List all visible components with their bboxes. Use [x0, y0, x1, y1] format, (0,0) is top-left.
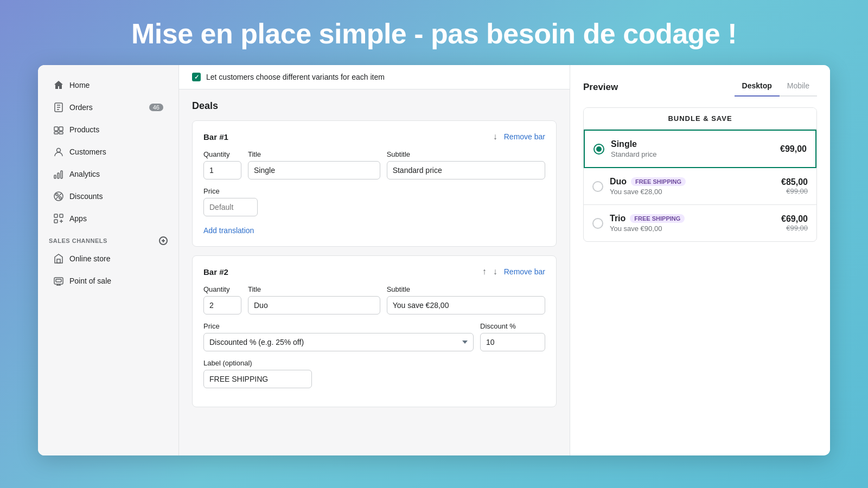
radio-trio [592, 218, 603, 229]
bar-1-header: Bar #1 ↓ Remove bar [203, 132, 545, 142]
subtitle-label: Subtitle [387, 150, 545, 158]
tab-mobile[interactable]: Mobile [780, 78, 817, 95]
add-sales-channel-icon[interactable] [159, 236, 168, 245]
bar-2-label-input[interactable] [203, 370, 312, 388]
bar-1-subtitle-group: Subtitle [387, 150, 545, 179]
bar-1-title-input[interactable] [248, 161, 380, 179]
svg-rect-7 [58, 173, 59, 178]
bar-2-quantity-group: Quantity [203, 285, 241, 314]
move-up-icon[interactable]: ↑ [482, 267, 487, 277]
bundle-option-trio-price: €69,00 €99,00 [781, 214, 808, 232]
svg-point-5 [57, 149, 61, 152]
sidebar-item-label: Point of sale [69, 277, 111, 285]
bundle-option-single[interactable]: Single Standard price €99,00 [584, 130, 816, 168]
variants-checkbox[interactable] [192, 73, 201, 81]
svg-rect-8 [61, 171, 62, 178]
bar-2-subtitle-group: Subtitle [387, 285, 545, 314]
bar-1-subtitle-input[interactable] [387, 161, 545, 179]
sidebar-item-apps[interactable]: Apps [42, 208, 174, 229]
bundle-option-trio-info: Trio FREE SHIPPING You save €90,00 [610, 214, 781, 233]
duo-current-price: €85,00 [781, 177, 808, 187]
svg-rect-14 [54, 220, 58, 223]
discount-label: Discount % [480, 322, 545, 330]
sidebar-item-orders[interactable]: Orders 46 [42, 97, 174, 118]
move-down-icon[interactable]: ↓ [493, 132, 497, 142]
bar-2-label-group: Label (optional) [203, 359, 312, 388]
bar-2-price-select[interactable]: Discounted % (e.g. 25% off) [203, 333, 474, 351]
quantity-label: Quantity [203, 150, 241, 158]
bar-2-actions: ↑ ↓ Remove bar [482, 267, 545, 277]
deals-title: Deals [192, 100, 557, 112]
bundle-option-single-info: Single Standard price [611, 139, 780, 158]
products-icon [53, 124, 64, 135]
sidebar-item-customers[interactable]: Customers [42, 141, 174, 163]
bundle-option-single-subtitle: Standard price [611, 150, 780, 158]
bar-1-price-group: Price [203, 187, 258, 216]
remove-bar-1-link[interactable]: Remove bar [504, 132, 545, 141]
bundle-option-duo-info: Duo FREE SHIPPING You save €28,00 [610, 177, 781, 196]
store-icon [53, 253, 64, 264]
bar-1-actions: ↓ Remove bar [493, 132, 545, 142]
preview-tabs: Desktop Mobile [735, 78, 817, 97]
bundle-option-duo-price: €85,00 €99,00 [781, 177, 808, 195]
sidebar-item-label: Orders [69, 103, 93, 112]
add-translation-link[interactable]: Add translation [203, 226, 254, 235]
customers-icon [53, 146, 64, 157]
sidebar-item-pos[interactable]: Point of sale [42, 270, 174, 292]
bundle-option-duo-subtitle: You save €28,00 [610, 188, 781, 196]
bundle-widget: BUNDLE & SAVE Single Standard price €99,… [583, 107, 817, 242]
sidebar-item-analytics[interactable]: Analytics [42, 163, 174, 185]
bar-1-row-2: Price [203, 187, 545, 216]
sidebar-item-products[interactable]: Products [42, 119, 174, 140]
svg-rect-12 [54, 214, 58, 217]
bar-1-quantity-input[interactable] [203, 161, 241, 179]
tab-desktop[interactable]: Desktop [735, 78, 780, 97]
bar-2-price-group: Price Discounted % (e.g. 25% off) [203, 322, 474, 351]
svg-rect-4 [59, 132, 63, 134]
bar-2-row-2: Price Discounted % (e.g. 25% off) Discou… [203, 322, 545, 351]
bundle-option-duo[interactable]: Duo FREE SHIPPING You save €28,00 €85,00… [584, 168, 816, 205]
svg-rect-13 [60, 214, 63, 217]
main-content: Let customers choose different variants … [179, 65, 570, 455]
analytics-icon [53, 169, 64, 179]
bundle-widget-header: BUNDLE & SAVE [584, 108, 816, 130]
bar-2-title-input[interactable] [248, 296, 380, 314]
hero-title: Mise en place simple - pas besoin de cod… [0, 0, 868, 65]
bar-2-title-group: Title [248, 285, 380, 314]
duo-original-price: €99,00 [781, 187, 808, 195]
trio-free-shipping-badge: FREE SHIPPING [630, 214, 685, 223]
sidebar-item-discounts[interactable]: Discounts [42, 185, 174, 207]
single-current-price: €99,00 [780, 144, 807, 153]
svg-rect-3 [54, 132, 58, 134]
bar-2-discount-input[interactable] [480, 333, 545, 351]
radio-duo [592, 181, 603, 192]
move-down-icon-2[interactable]: ↓ [493, 267, 497, 277]
bar-2-subtitle-input[interactable] [387, 296, 545, 314]
bundle-option-single-price: €99,00 [780, 144, 807, 154]
bar-1-title-group: Title [248, 150, 380, 179]
pos-icon [53, 275, 64, 286]
sidebar-item-online-store[interactable]: Online store [42, 248, 174, 269]
bar-1-title: Bar #1 [203, 132, 228, 142]
label-optional-label: Label (optional) [203, 359, 312, 367]
home-icon [53, 80, 64, 91]
sidebar-item-label: Products [69, 125, 99, 134]
sidebar-item-home[interactable]: Home [42, 74, 174, 96]
preview-panel: Preview Desktop Mobile BUNDLE & SAVE Sin… [570, 65, 830, 455]
bundle-option-single-name: Single [611, 139, 780, 149]
bar-2-row-1: Quantity Title Subtitle [203, 285, 545, 314]
trio-original-price: €99,00 [781, 224, 808, 232]
trio-current-price: €69,00 [781, 214, 808, 223]
bundle-option-trio[interactable]: Trio FREE SHIPPING You save €90,00 €69,0… [584, 205, 816, 241]
bar-2-row-3: Label (optional) [203, 359, 545, 388]
sidebar-item-label: Home [69, 81, 90, 89]
svg-point-9 [56, 194, 58, 196]
remove-bar-2-link[interactable]: Remove bar [504, 267, 545, 276]
preview-title: Preview [583, 82, 618, 93]
price-label-2: Price [203, 322, 474, 330]
price-label: Price [203, 187, 258, 195]
bar-2-quantity-input[interactable] [203, 296, 241, 314]
bundle-option-trio-name: Trio FREE SHIPPING [610, 214, 781, 223]
bar-1-price-input[interactable] [203, 198, 258, 216]
title-label-2: Title [248, 285, 380, 293]
